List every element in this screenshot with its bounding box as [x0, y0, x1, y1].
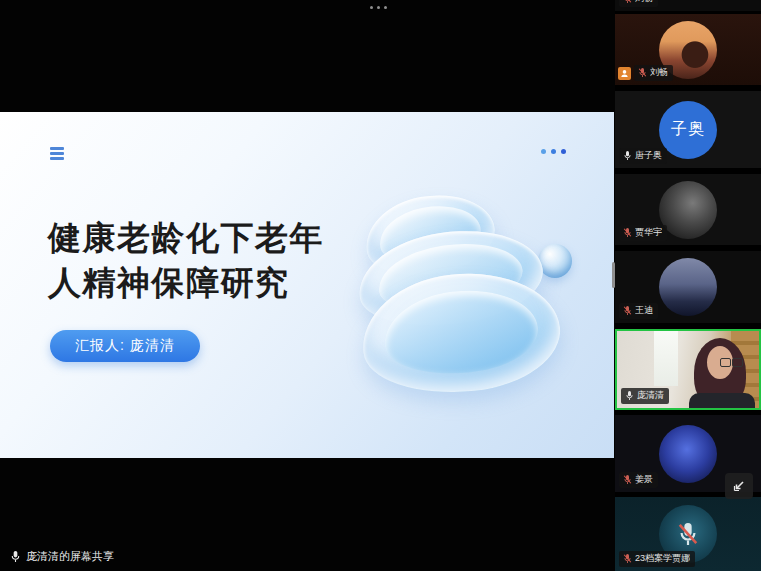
scrollbar-thumb[interactable] — [612, 262, 615, 288]
mic-muted-icon — [623, 227, 632, 238]
presenter-badge: 汇报人: 庞清清 — [50, 330, 200, 362]
participant-name: 庞清清 — [637, 389, 664, 402]
mic-icon — [623, 150, 632, 161]
participant-name: 刘畅 — [635, 0, 653, 5]
mic-icon — [625, 390, 634, 401]
mic-muted-icon — [623, 553, 632, 564]
mic-muted-icon — [623, 305, 632, 316]
participant-name: 唐子奥 — [635, 149, 662, 162]
participant-tile[interactable]: 贾华宇 — [615, 174, 761, 245]
member-badge-icon — [618, 67, 631, 80]
participant-name: 王迪 — [635, 304, 653, 317]
participant-tile[interactable]: 刘畅 — [615, 14, 761, 85]
participant-label: 23档案学贾娜 — [619, 551, 695, 567]
avatar-photo — [659, 258, 717, 316]
glass-pebbles-illustration — [330, 182, 590, 427]
hamburger-menu-icon — [50, 147, 64, 162]
avatar-photo — [659, 181, 717, 239]
participant-label: 唐子奥 — [619, 148, 667, 164]
slide-title: 健康老龄化下老年 人精神保障研究 — [48, 215, 324, 305]
participant-label: 姜景 — [619, 472, 658, 488]
participant-label: 王迪 — [619, 303, 658, 319]
mic-muted-icon — [623, 474, 632, 485]
participant-tile[interactable]: 庞清清 — [615, 329, 761, 410]
microphone-icon — [10, 550, 21, 563]
participant-name: 刘畅 — [650, 66, 668, 79]
mic-muted-icon — [638, 67, 647, 78]
avatar-initials: 子奥 — [659, 101, 717, 159]
participant-name: 姜景 — [635, 473, 653, 486]
participant-label: 庞清清 — [621, 388, 669, 404]
participant-tile[interactable]: 王迪 — [615, 251, 761, 323]
slide-title-line2: 人精神保障研究 — [48, 260, 324, 305]
ellipsis-icon — [541, 149, 566, 154]
avatar-photo — [659, 425, 717, 483]
participant-strip: 刘畅 刘畅 子奥 — [615, 0, 761, 571]
screen-share-status: 庞清清的屏幕共享 — [10, 549, 114, 564]
collapse-strip-button[interactable] — [725, 473, 753, 499]
mic-muted-icon — [677, 521, 699, 547]
participant-label: 刘畅 — [619, 0, 658, 7]
shared-screen-slide: 健康老龄化下老年 人精神保障研究 汇报人: 庞清清 — [0, 112, 614, 458]
slide-title-line1: 健康老龄化下老年 — [48, 215, 324, 260]
screen-share-status-text: 庞清清的屏幕共享 — [26, 549, 114, 564]
collapse-arrow-icon — [732, 479, 746, 493]
mic-muted-icon — [623, 0, 632, 4]
meeting-window: 健康老龄化下老年 人精神保障研究 汇报人: 庞清清 庞清清的屏幕共享 — [0, 0, 761, 571]
glass-sphere — [538, 244, 572, 278]
participant-name: 23档案学贾娜 — [635, 552, 690, 565]
participant-label: 贾华宇 — [619, 225, 667, 241]
drag-handle-dots-icon[interactable] — [370, 6, 387, 9]
participant-tile[interactable]: 子奥 唐子奥 — [615, 91, 761, 168]
participant-tile[interactable]: 刘畅 — [615, 0, 761, 11]
participant-label: 刘畅 — [634, 65, 673, 81]
participant-tile[interactable]: 23档案学贾娜 — [615, 497, 761, 571]
participant-name: 贾华宇 — [635, 226, 662, 239]
